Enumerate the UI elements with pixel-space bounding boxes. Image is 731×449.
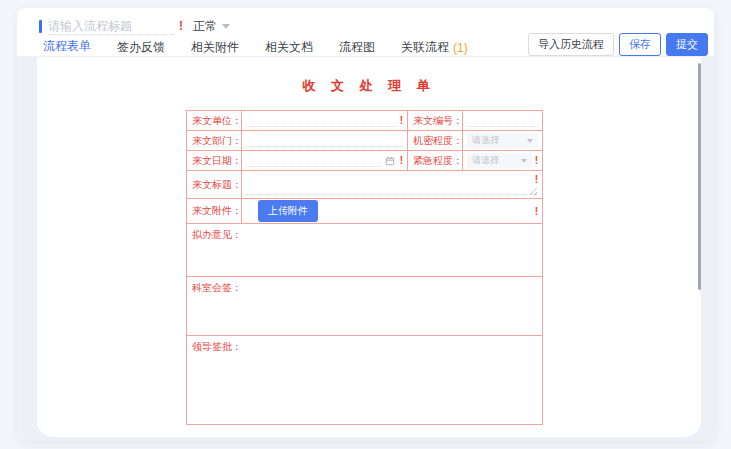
upload-attachment-button[interactable]: 上传附件: [258, 200, 318, 222]
urgency-level-select[interactable]: 请选择: [467, 153, 532, 168]
chevron-down-icon: [521, 159, 527, 163]
input-underline: [246, 114, 397, 127]
table-row: 来文标题： !: [187, 171, 543, 199]
table-row: 来文部门： 机密程度： 请选择: [187, 131, 543, 151]
secrecy-level-select[interactable]: 请选择: [467, 133, 538, 148]
submit-button[interactable]: 提交: [666, 33, 708, 56]
input-underline: [467, 114, 538, 127]
required-mark: !: [400, 115, 403, 126]
tab-label: 签办反馈: [117, 39, 165, 56]
table-row: 来文附件： 上传附件 !: [187, 199, 543, 224]
required-mark: !: [400, 155, 403, 166]
required-mark: !: [535, 174, 538, 185]
status-value: 正常: [193, 18, 217, 35]
form-scroll-area: 收 文 处 理 单 来文单位： ! 来文编号：: [17, 57, 714, 441]
label-doc-date: 来文日期：: [187, 151, 242, 171]
import-history-button[interactable]: 导入历史流程: [528, 33, 614, 56]
toolbar: 导入历史流程 保存 提交: [528, 33, 708, 56]
table-row: 科室会签：: [187, 277, 543, 336]
tab-label: 流程表单: [43, 38, 91, 55]
form-title: 收 文 处 理 单: [37, 77, 701, 95]
label-office-countersign: 科室会签：: [192, 282, 242, 293]
tab-label: 流程图: [339, 39, 375, 56]
form-panel: 收 文 处 理 单 来文单位： ! 来文编号：: [37, 57, 701, 437]
tab-label: 相关文档: [265, 39, 313, 56]
select-placeholder: 请选择: [472, 154, 499, 167]
doc-title-textarea[interactable]: !: [246, 171, 538, 198]
label-doc-number: 来文编号：: [408, 111, 463, 131]
label-leader-approval: 领导签批：: [192, 341, 242, 352]
required-mark: !: [535, 206, 538, 217]
chevron-down-icon: [222, 24, 230, 29]
table-row: 领导签批：: [187, 336, 543, 425]
label-secrecy-level: 机密程度：: [408, 131, 463, 151]
tab-label: 关联流程: [401, 39, 449, 56]
leader-approval-area: 领导签批：: [187, 336, 543, 425]
doc-date-input[interactable]: !: [246, 151, 403, 170]
source-department-input[interactable]: [246, 131, 403, 150]
calendar-icon[interactable]: [385, 156, 395, 166]
table-row: 来文单位： ! 来文编号：: [187, 111, 543, 131]
vertical-scrollbar-thumb[interactable]: [698, 63, 701, 290]
input-underline: [246, 134, 403, 147]
chevron-down-icon: [527, 139, 533, 143]
resize-handle-icon[interactable]: [529, 187, 537, 195]
doc-number-input[interactable]: [467, 111, 538, 130]
label-doc-title: 来文标题：: [187, 171, 242, 199]
status-select[interactable]: 正常: [193, 18, 230, 35]
workflow-card: ! 正常 流程表单 签办反馈 相关附件 相关文档 流程图 关联流程 (1) 导入…: [17, 8, 714, 441]
input-underline: [246, 194, 538, 195]
label-proposed-opinion: 拟办意见：: [192, 229, 242, 240]
document-form-table: 来文单位： ! 来文编号： 来文部门：: [186, 110, 543, 425]
save-button[interactable]: 保存: [619, 33, 661, 56]
label-doc-attachment: 来文附件：: [187, 199, 242, 224]
flow-title-input[interactable]: [48, 17, 174, 35]
select-placeholder: 请选择: [472, 134, 499, 147]
label-source-department: 来文部门：: [187, 131, 242, 151]
label-urgency-level: 紧急程度：: [408, 151, 463, 171]
proposed-opinion-area: 拟办意见：: [187, 224, 543, 277]
linked-flows-count-badge: (1): [453, 41, 468, 55]
table-row: 来文日期： !: [187, 151, 543, 171]
source-unit-input[interactable]: !: [246, 111, 403, 130]
flow-title-row: ! 正常: [39, 16, 230, 36]
input-underline: [246, 154, 381, 167]
tab-label: 相关附件: [191, 39, 239, 56]
title-accent-bar: [39, 20, 42, 33]
required-mark: !: [535, 155, 538, 166]
title-required-mark: !: [179, 19, 183, 33]
label-source-unit: 来文单位：: [187, 111, 242, 131]
office-countersign-area: 科室会签：: [187, 277, 543, 336]
table-row: 拟办意见：: [187, 224, 543, 277]
